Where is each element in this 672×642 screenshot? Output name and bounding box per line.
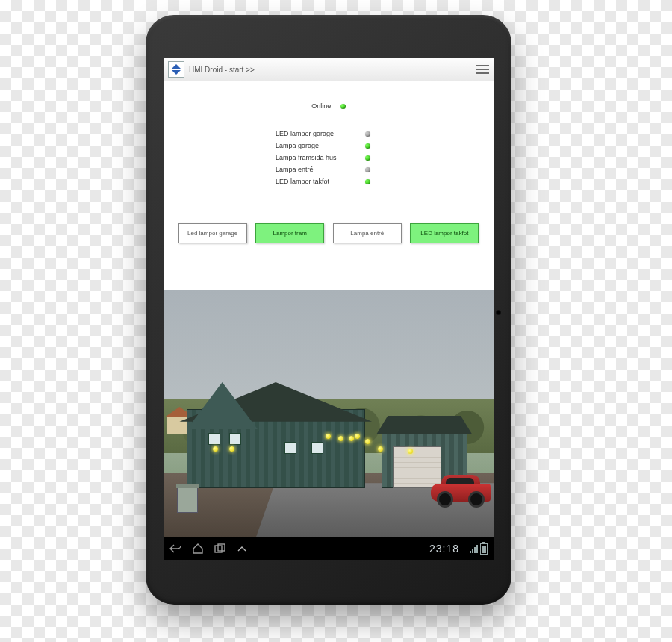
trash-bin: [177, 487, 198, 513]
garage-roof: [376, 416, 473, 434]
status-row: LED lampor takfot: [276, 175, 370, 187]
status-row: Lampa framsida hus: [276, 152, 370, 163]
lamp-indicator[interactable]: [365, 439, 370, 444]
status-row: Lampa entré: [276, 163, 370, 175]
nav-spacer: [237, 545, 419, 552]
status-label: LED lampor takfot: [276, 178, 358, 185]
status-label: LED lampor garage: [276, 130, 358, 137]
house-visualization: [164, 290, 494, 537]
lamp-indicator[interactable]: [229, 446, 234, 452]
hmi-droid-logo-icon: [170, 63, 182, 75]
clock: 23:18: [429, 543, 459, 555]
status-label: Lampa framsida hus: [276, 154, 358, 161]
back-button[interactable]: [169, 543, 181, 554]
action-bar: HMI Droid - start >>: [164, 58, 494, 81]
svg-marker-0: [172, 64, 181, 69]
lamp-indicator[interactable]: [349, 436, 354, 441]
app-title: HMI Droid - start >>: [189, 66, 468, 74]
android-nav-bar: 23:18: [164, 537, 494, 560]
lamp-indicator[interactable]: [213, 446, 218, 452]
app-icon[interactable]: [168, 61, 184, 78]
status-row: Lampa garage: [276, 140, 370, 152]
car: [431, 475, 491, 508]
status-label: Lampa entré: [276, 166, 358, 173]
signal-icon: [470, 544, 478, 553]
car-wheel: [437, 491, 453, 508]
status-label: Lampa garage: [276, 142, 358, 149]
house-window: [284, 442, 296, 454]
status-indicator-dot: [365, 155, 370, 160]
battery-icon: [480, 543, 488, 555]
status-row: LED lampor garage: [276, 128, 370, 140]
system-tray: [470, 543, 488, 555]
status-indicator-dot: [365, 167, 370, 172]
expand-up-icon[interactable]: [237, 545, 247, 552]
status-indicator-dot: [365, 131, 370, 137]
menu-icon[interactable]: [473, 65, 489, 74]
status-indicator-dot: [365, 143, 370, 149]
house-window: [311, 442, 323, 454]
online-label: Online: [311, 102, 331, 110]
car-wheel: [468, 491, 485, 508]
house-window: [229, 433, 241, 445]
recent-apps-button[interactable]: [214, 543, 226, 554]
control-button[interactable]: Lampa entré: [333, 223, 402, 243]
online-indicator-row: Online: [164, 102, 494, 110]
lamp-indicator[interactable]: [378, 446, 383, 452]
stage: HMI Droid - start >> Online LED lampor g…: [0, 0, 672, 642]
status-indicator-dot: [365, 179, 370, 184]
tablet-device-frame: HMI Droid - start >> Online LED lampor g…: [146, 15, 511, 605]
button-row: Led lampor garageLampor framLampa entréL…: [164, 223, 494, 243]
status-list: LED lampor garageLampa garageLampa frams…: [276, 128, 370, 187]
house-window: [208, 433, 220, 445]
control-panel: Online LED lampor garageLampa garageLamp…: [164, 81, 494, 290]
control-button[interactable]: Lampor fram: [255, 223, 324, 243]
tablet-camera: [496, 310, 501, 315]
lamp-indicator[interactable]: [326, 434, 331, 439]
home-button[interactable]: [192, 543, 204, 554]
control-button[interactable]: LED lampor takfot: [410, 223, 479, 243]
svg-marker-1: [172, 70, 181, 75]
lamp-indicator[interactable]: [408, 449, 413, 454]
online-indicator-dot: [340, 104, 346, 109]
control-button[interactable]: Led lampor garage: [178, 223, 247, 243]
tablet-screen: HMI Droid - start >> Online LED lampor g…: [164, 58, 494, 560]
